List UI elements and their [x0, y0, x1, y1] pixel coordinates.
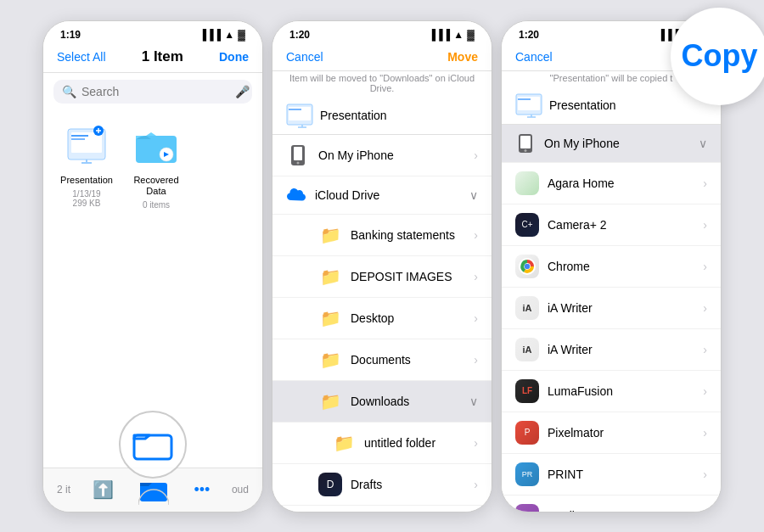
pixelmator-row[interactable]: P Pixelmator › — [502, 412, 721, 454]
desktop-row[interactable]: 📁 Desktop › — [272, 298, 492, 339]
banking-label: Banking statements — [351, 228, 474, 242]
untitled-folder-label: untitled folder — [364, 436, 474, 450]
chevron-right-p3-8: › — [703, 468, 707, 481]
cancel-button-3[interactable]: Cancel — [515, 50, 553, 64]
chevron-right-icon7: › — [474, 478, 478, 491]
on-my-iphone-label: On My iPhone — [318, 148, 474, 162]
svg-point-19 — [297, 161, 300, 164]
move-button[interactable]: Move — [447, 50, 478, 64]
chevron-right-p3-4: › — [703, 301, 707, 315]
on-my-iphone-row[interactable]: On My iPhone › — [272, 135, 492, 176]
garageband-row[interactable]: G GarageBand for iOS › — [272, 506, 492, 512]
ia2-row[interactable]: iA iA Writer › — [502, 329, 721, 371]
svg-point-27 — [525, 149, 527, 152]
presentation-icon — [61, 120, 112, 171]
presentation-filename: Presentation — [60, 175, 113, 186]
ia1-icon: iA — [515, 296, 539, 320]
on-my-iphone-section3[interactable]: On My iPhone ∨ — [502, 125, 721, 163]
phone2-file-header: Presentation — [272, 97, 492, 135]
chrome-icon — [515, 255, 539, 278]
signal-icon2: ▐▐▐ — [429, 29, 451, 41]
rc-icon: RC — [515, 504, 539, 512]
chevron-right-p3-9: › — [703, 509, 707, 512]
done-button[interactable]: Done — [219, 50, 249, 64]
drafts-label: Drafts — [351, 478, 474, 491]
camera-icon: C+ — [515, 213, 539, 237]
luma-row[interactable]: LF LumaFusion › — [502, 371, 721, 412]
ia1-label: iA Writer — [548, 301, 703, 315]
recovered-folder-icon — [131, 120, 182, 171]
ia1-row[interactable]: iA iA Writer › — [502, 288, 721, 329]
move-hint: Item will be moved to "Downloads" on iCl… — [272, 71, 492, 97]
phone2: 1:20 ▐▐▐ ▲ ▓ Cancel Move Item will be mo… — [272, 20, 492, 512]
chrome-row[interactable]: Chrome › — [502, 246, 721, 288]
select-all-button[interactable]: Select All — [57, 50, 106, 64]
phone3-time: 1:20 — [519, 29, 539, 41]
chevron-right-icon3: › — [474, 270, 478, 283]
copy-badge: Copy — [671, 8, 764, 105]
rc-row[interactable]: RC Reality Composer › — [502, 496, 721, 512]
chevron-right-icon: › — [474, 148, 478, 162]
folder-desktop-icon: 📁 — [318, 306, 342, 330]
drafts-row[interactable]: D Drafts › — [272, 464, 492, 506]
signal-icon: ▐▐▐ — [199, 29, 222, 41]
chevron-right-icon4: › — [474, 311, 478, 325]
svg-rect-18 — [294, 147, 302, 160]
share-icon[interactable]: ⬆️ — [93, 479, 114, 500]
file-item-presentation[interactable]: Presentation 1/13/19299 KB — [57, 120, 116, 457]
aqara-row[interactable]: Agara Home › — [502, 163, 721, 204]
phone2-list: On My iPhone › iCloud Drive ∨ 📁 Banking … — [272, 135, 492, 512]
on-my-iphone-label3: On My iPhone — [544, 137, 699, 150]
phone2-file-name: Presentation — [320, 109, 387, 122]
item-count-label: 1 Item — [142, 48, 183, 65]
camera-row[interactable]: C+ Camera+ 2 › — [502, 204, 721, 246]
chevron-right-icon6: › — [474, 436, 478, 450]
chevron-down-icon3: ∨ — [699, 137, 707, 150]
ia2-icon: iA — [515, 338, 539, 361]
chevron-right-icon2: › — [474, 228, 478, 242]
downloads-row[interactable]: 📁 Downloads ∨ — [272, 381, 492, 423]
chrome-label: Chrome — [548, 260, 703, 273]
untitled-folder-row[interactable]: 📁 untitled folder › — [272, 423, 492, 464]
screenshots-container: 1:19 ▐▐▐ ▲ ▓ Select All 1 Item Done 🔍 🎤 — [34, 12, 730, 521]
presentation-meta: 1/13/19299 KB — [72, 189, 100, 208]
rc-label: Reality Composer — [548, 509, 703, 512]
search-bar: 🔍 🎤 — [53, 80, 252, 104]
files-icon-annotation — [119, 411, 187, 479]
banking-row[interactable]: 📁 Banking statements › — [272, 215, 492, 256]
more-icon[interactable]: ••• — [194, 481, 211, 499]
phone3-wrapper: 1:20 ▐▐▐ ▲ ▓ Cancel "Presentation" will … — [501, 20, 722, 512]
chevron-right-icon5: › — [474, 353, 478, 367]
battery-icon: ▓ — [238, 29, 245, 41]
recovered-meta: 0 items — [143, 200, 170, 210]
phone2-status-bar: 1:20 ▐▐▐ ▲ ▓ — [272, 21, 492, 45]
search-input[interactable] — [81, 85, 230, 98]
battery-icon2: ▓ — [467, 29, 475, 41]
deposit-row[interactable]: 📁 DEPOSIT IMAGES › — [272, 256, 492, 298]
svg-rect-26 — [520, 136, 531, 148]
print-row[interactable]: PR PRINT › — [502, 454, 721, 496]
downloads-label: Downloads — [351, 395, 469, 408]
file-item-recovered[interactable]: RecoveredData 0 items — [126, 120, 186, 457]
pixelmator-icon: P — [515, 421, 539, 445]
phone1-nav-bar: Select All 1 Item Done — [43, 45, 262, 73]
phone1-wrapper: 1:19 ▐▐▐ ▲ ▓ Select All 1 Item Done 🔍 🎤 — [42, 20, 263, 512]
folder-downloads-icon: 📁 — [318, 389, 342, 413]
desktop-label: Desktop — [351, 311, 474, 325]
phone1-time: 1:19 — [60, 29, 81, 41]
phone3-list: On My iPhone ∨ Agara Home › C+ Camera+ 2… — [502, 125, 721, 512]
icloud-drive-section[interactable]: iCloud Drive ∨ — [272, 176, 492, 215]
chevron-right-p3-6: › — [703, 384, 707, 398]
cancel-button-2[interactable]: Cancel — [286, 50, 323, 64]
search-icon: 🔍 — [62, 85, 76, 98]
documents-row[interactable]: 📁 Documents › — [272, 339, 492, 381]
ia2-label: iA Writer — [548, 343, 703, 356]
mic-icon: 🎤 — [235, 85, 250, 98]
icloud-icon — [286, 185, 306, 205]
copy-badge-text: Copy — [682, 38, 758, 74]
luma-icon: LF — [515, 379, 539, 403]
documents-label: Documents — [351, 353, 474, 367]
chevron-right-p3-7: › — [703, 426, 707, 440]
iphone-icon-2 — [286, 143, 310, 167]
luma-label: LumaFusion — [548, 384, 703, 398]
